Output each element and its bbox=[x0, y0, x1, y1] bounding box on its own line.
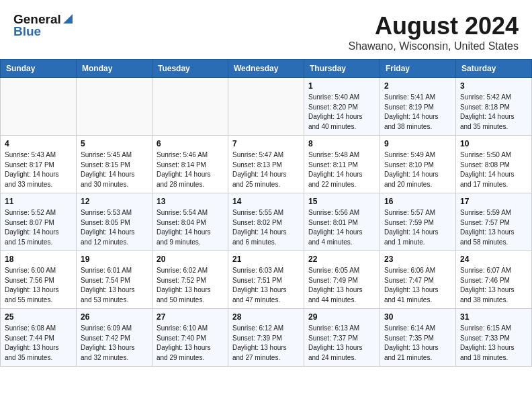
day-number: 22 bbox=[308, 255, 375, 264]
day-info: Sunrise: 5:52 AM Sunset: 8:07 PM Dayligh… bbox=[5, 208, 72, 247]
calendar-day-header: Friday bbox=[380, 60, 456, 78]
day-number: 25 bbox=[5, 312, 72, 322]
day-info: Sunrise: 5:40 AM Sunset: 8:20 PM Dayligh… bbox=[308, 93, 375, 132]
calendar-week-row: 18Sunrise: 6:00 AM Sunset: 7:56 PM Dayli… bbox=[1, 251, 532, 309]
calendar-day-cell: 5Sunrise: 5:45 AM Sunset: 8:15 PM Daylig… bbox=[77, 136, 152, 193]
day-info: Sunrise: 6:07 AM Sunset: 7:46 PM Dayligh… bbox=[460, 266, 527, 305]
calendar-day-header: Wednesday bbox=[228, 60, 304, 78]
day-number: 30 bbox=[384, 312, 451, 322]
day-number: 4 bbox=[5, 139, 72, 148]
title-block: August 2024 Shawano, Wisconsin, United S… bbox=[349, 12, 519, 52]
day-number: 9 bbox=[384, 139, 451, 148]
calendar-day-header: Thursday bbox=[304, 60, 380, 78]
logo-arrow-icon bbox=[62, 13, 74, 25]
logo: General Blue bbox=[13, 12, 74, 39]
day-number: 24 bbox=[460, 255, 527, 264]
calendar-day-cell: 19Sunrise: 6:01 AM Sunset: 7:54 PM Dayli… bbox=[77, 251, 152, 309]
day-number: 29 bbox=[308, 312, 375, 322]
day-info: Sunrise: 6:12 AM Sunset: 7:39 PM Dayligh… bbox=[232, 324, 300, 363]
calendar-day-cell bbox=[77, 78, 152, 136]
calendar-day-cell: 11Sunrise: 5:52 AM Sunset: 8:07 PM Dayli… bbox=[1, 193, 77, 251]
calendar-day-cell: 12Sunrise: 5:53 AM Sunset: 8:05 PM Dayli… bbox=[77, 193, 152, 251]
day-number: 15 bbox=[308, 197, 375, 206]
day-info: Sunrise: 5:57 AM Sunset: 7:59 PM Dayligh… bbox=[384, 208, 451, 247]
day-info: Sunrise: 6:01 AM Sunset: 7:54 PM Dayligh… bbox=[81, 266, 148, 305]
day-number: 13 bbox=[157, 197, 224, 206]
day-number: 1 bbox=[308, 81, 375, 91]
day-number: 27 bbox=[157, 312, 224, 322]
day-number: 28 bbox=[232, 312, 300, 322]
day-number: 18 bbox=[5, 255, 72, 264]
calendar-day-header: Tuesday bbox=[152, 60, 228, 78]
day-number: 17 bbox=[460, 197, 527, 206]
day-info: Sunrise: 5:43 AM Sunset: 8:17 PM Dayligh… bbox=[5, 150, 72, 189]
day-number: 3 bbox=[460, 81, 527, 91]
day-info: Sunrise: 6:08 AM Sunset: 7:44 PM Dayligh… bbox=[5, 324, 72, 363]
day-info: Sunrise: 5:50 AM Sunset: 8:08 PM Dayligh… bbox=[460, 150, 527, 189]
day-info: Sunrise: 6:00 AM Sunset: 7:56 PM Dayligh… bbox=[5, 266, 72, 305]
day-info: Sunrise: 5:45 AM Sunset: 8:15 PM Dayligh… bbox=[81, 150, 148, 189]
day-info: Sunrise: 5:48 AM Sunset: 8:11 PM Dayligh… bbox=[308, 150, 375, 189]
calendar-day-cell: 14Sunrise: 5:55 AM Sunset: 8:02 PM Dayli… bbox=[228, 193, 304, 251]
day-info: Sunrise: 6:10 AM Sunset: 7:40 PM Dayligh… bbox=[157, 324, 224, 363]
day-number: 6 bbox=[157, 139, 224, 148]
day-number: 5 bbox=[81, 139, 148, 148]
day-info: Sunrise: 5:56 AM Sunset: 8:01 PM Dayligh… bbox=[308, 208, 375, 247]
calendar-day-cell: 26Sunrise: 6:09 AM Sunset: 7:42 PM Dayli… bbox=[77, 309, 152, 367]
svg-marker-0 bbox=[63, 14, 73, 24]
calendar-day-cell: 21Sunrise: 6:03 AM Sunset: 7:51 PM Dayli… bbox=[228, 251, 304, 309]
calendar-table: SundayMondayTuesdayWednesdayThursdayFrid… bbox=[0, 59, 532, 367]
calendar-day-cell: 10Sunrise: 5:50 AM Sunset: 8:08 PM Dayli… bbox=[456, 136, 532, 193]
calendar-day-cell: 3Sunrise: 5:42 AM Sunset: 8:18 PM Daylig… bbox=[456, 78, 532, 136]
day-info: Sunrise: 5:41 AM Sunset: 8:19 PM Dayligh… bbox=[384, 93, 451, 132]
day-number: 16 bbox=[384, 197, 451, 206]
calendar-day-cell: 27Sunrise: 6:10 AM Sunset: 7:40 PM Dayli… bbox=[152, 309, 228, 367]
day-number: 8 bbox=[308, 139, 375, 148]
calendar-day-cell bbox=[152, 78, 228, 136]
calendar-day-cell: 16Sunrise: 5:57 AM Sunset: 7:59 PM Dayli… bbox=[380, 193, 456, 251]
calendar-day-header: Sunday bbox=[1, 60, 77, 78]
month-title: August 2024 bbox=[349, 12, 519, 40]
logo-blue: Blue bbox=[13, 24, 41, 39]
day-info: Sunrise: 6:13 AM Sunset: 7:37 PM Dayligh… bbox=[308, 324, 375, 363]
day-info: Sunrise: 5:49 AM Sunset: 8:10 PM Dayligh… bbox=[384, 150, 451, 189]
day-number: 11 bbox=[5, 197, 72, 206]
calendar-day-cell: 30Sunrise: 6:14 AM Sunset: 7:35 PM Dayli… bbox=[380, 309, 456, 367]
location: Shawano, Wisconsin, United States bbox=[349, 40, 519, 52]
day-info: Sunrise: 6:14 AM Sunset: 7:35 PM Dayligh… bbox=[384, 324, 451, 363]
calendar-day-cell: 9Sunrise: 5:49 AM Sunset: 8:10 PM Daylig… bbox=[380, 136, 456, 193]
day-info: Sunrise: 5:55 AM Sunset: 8:02 PM Dayligh… bbox=[232, 208, 300, 247]
calendar-day-cell bbox=[1, 78, 77, 136]
day-info: Sunrise: 6:05 AM Sunset: 7:49 PM Dayligh… bbox=[308, 266, 375, 305]
day-number: 20 bbox=[157, 255, 224, 264]
calendar-day-cell: 13Sunrise: 5:54 AM Sunset: 8:04 PM Dayli… bbox=[152, 193, 228, 251]
calendar-week-row: 25Sunrise: 6:08 AM Sunset: 7:44 PM Dayli… bbox=[1, 309, 532, 367]
day-number: 19 bbox=[81, 255, 148, 264]
calendar-day-cell: 22Sunrise: 6:05 AM Sunset: 7:49 PM Dayli… bbox=[304, 251, 380, 309]
calendar-day-cell: 15Sunrise: 5:56 AM Sunset: 8:01 PM Dayli… bbox=[304, 193, 380, 251]
calendar-day-cell: 2Sunrise: 5:41 AM Sunset: 8:19 PM Daylig… bbox=[380, 78, 456, 136]
calendar-day-cell: 17Sunrise: 5:59 AM Sunset: 7:57 PM Dayli… bbox=[456, 193, 532, 251]
calendar-day-cell: 7Sunrise: 5:47 AM Sunset: 8:13 PM Daylig… bbox=[228, 136, 304, 193]
day-info: Sunrise: 6:06 AM Sunset: 7:47 PM Dayligh… bbox=[384, 266, 451, 305]
calendar-day-cell: 29Sunrise: 6:13 AM Sunset: 7:37 PM Dayli… bbox=[304, 309, 380, 367]
calendar-day-cell: 23Sunrise: 6:06 AM Sunset: 7:47 PM Dayli… bbox=[380, 251, 456, 309]
calendar-day-cell: 20Sunrise: 6:02 AM Sunset: 7:52 PM Dayli… bbox=[152, 251, 228, 309]
calendar-week-row: 4Sunrise: 5:43 AM Sunset: 8:17 PM Daylig… bbox=[1, 136, 532, 193]
day-info: Sunrise: 6:15 AM Sunset: 7:33 PM Dayligh… bbox=[460, 324, 527, 363]
calendar-day-header: Saturday bbox=[456, 60, 532, 78]
calendar-week-row: 11Sunrise: 5:52 AM Sunset: 8:07 PM Dayli… bbox=[1, 193, 532, 251]
day-info: Sunrise: 6:02 AM Sunset: 7:52 PM Dayligh… bbox=[157, 266, 224, 305]
day-info: Sunrise: 5:53 AM Sunset: 8:05 PM Dayligh… bbox=[81, 208, 148, 247]
calendar-header-row: SundayMondayTuesdayWednesdayThursdayFrid… bbox=[1, 60, 532, 78]
calendar-day-cell: 1Sunrise: 5:40 AM Sunset: 8:20 PM Daylig… bbox=[304, 78, 380, 136]
page-header: General Blue August 2024 Shawano, Wiscon… bbox=[0, 0, 532, 59]
day-info: Sunrise: 5:42 AM Sunset: 8:18 PM Dayligh… bbox=[460, 93, 527, 132]
day-number: 31 bbox=[460, 312, 527, 322]
day-number: 21 bbox=[232, 255, 300, 264]
day-number: 26 bbox=[81, 312, 148, 322]
day-info: Sunrise: 5:46 AM Sunset: 8:14 PM Dayligh… bbox=[157, 150, 224, 189]
day-number: 2 bbox=[384, 81, 451, 91]
calendar-day-cell bbox=[228, 78, 304, 136]
day-info: Sunrise: 5:59 AM Sunset: 7:57 PM Dayligh… bbox=[460, 208, 527, 247]
